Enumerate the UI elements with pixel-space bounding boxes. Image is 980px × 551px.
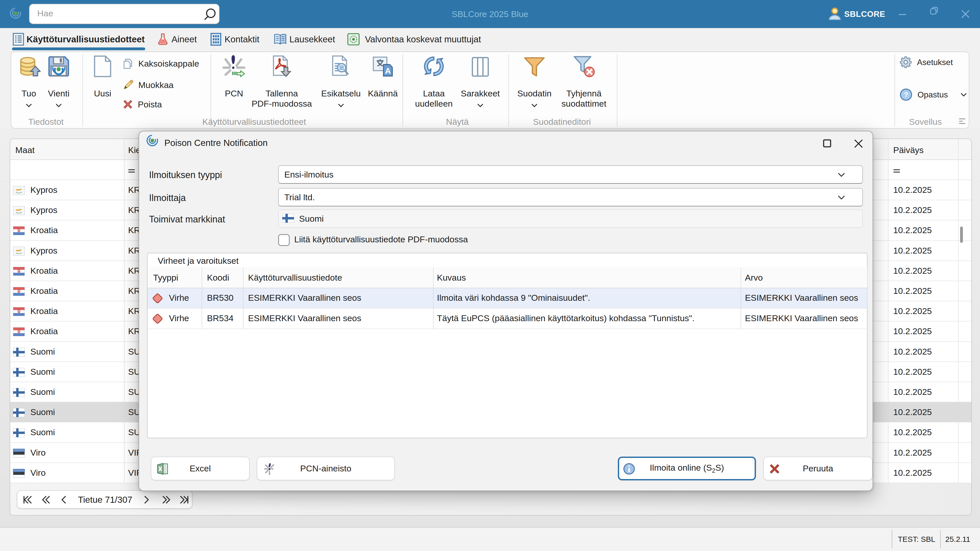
svg-text:?: ? [904, 91, 908, 99]
svg-text:A: A [385, 66, 391, 76]
